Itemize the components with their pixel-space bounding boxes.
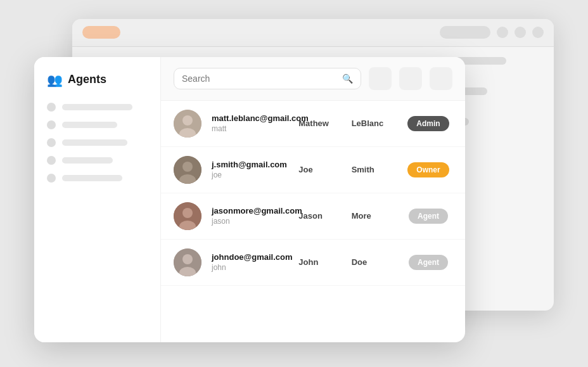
sidebar-skeleton (47, 103, 148, 183)
browser-dot-1 (497, 27, 508, 38)
agent-username: jason (212, 217, 288, 226)
avatar (174, 202, 201, 230)
agent-firstname: Mathew (298, 119, 341, 128)
agent-email-block: jasonmore@gmail.com jason (212, 206, 288, 226)
agent-row[interactable]: jasonmore@gmail.com jason Jason More Age… (161, 193, 465, 240)
agent-lastname: LeBlanc (352, 119, 394, 128)
skel-line-1 (62, 104, 132, 110)
skel-item-1 (47, 103, 148, 112)
skel-item-5 (47, 174, 148, 183)
skel-line-3 (62, 139, 127, 146)
svg-point-4 (182, 162, 193, 172)
toolbar-button-2[interactable] (399, 67, 422, 90)
toolbar-button-1[interactable] (369, 67, 392, 90)
skel-dot-1 (47, 103, 56, 112)
agent-role: Admin (404, 116, 452, 131)
agent-role: Agent (404, 255, 452, 270)
search-input-wrapper[interactable]: 🔍 (174, 68, 361, 89)
agent-row[interactable]: matt.leblanc@gmail.com matt Mathew LeBla… (161, 101, 465, 147)
agent-email: jasonmore@gmail.com (212, 206, 288, 216)
skel-line-5 (62, 175, 122, 181)
agent-firstname: Joe (298, 165, 341, 174)
skel-item-2 (47, 120, 148, 129)
sidebar-title-text: Agents (68, 73, 106, 86)
agent-lastname: Doe (352, 257, 394, 267)
browser-dot-2 (514, 27, 526, 38)
skel-dot-3 (47, 138, 56, 147)
agent-username: john (212, 263, 288, 272)
agent-username: matt (212, 124, 288, 133)
svg-point-7 (182, 208, 193, 218)
avatar (174, 156, 201, 184)
agent-email: johndoe@gmail.com (212, 252, 288, 262)
search-icon: 🔍 (342, 74, 353, 84)
role-badge: Owner (407, 162, 449, 177)
agent-row[interactable]: johndoe@gmail.com john John Doe Agent (161, 240, 465, 286)
role-badge: Agent (409, 209, 448, 224)
search-bar: 🔍 (161, 57, 465, 101)
role-badge: Admin (407, 116, 449, 131)
agent-email: matt.leblanc@gmail.com (212, 113, 288, 123)
agents-icon: 👥 (47, 72, 63, 87)
skel-item-3 (47, 138, 148, 147)
agent-role: Agent (404, 209, 452, 224)
agents-table: matt.leblanc@gmail.com matt Mathew LeBla… (161, 101, 465, 342)
svg-point-10 (182, 254, 193, 264)
skel-line-4 (62, 157, 113, 164)
agent-username: joe (212, 171, 288, 179)
agent-row[interactable]: j.smith@gmail.com joe Joe Smith Owner (161, 147, 465, 193)
skel-dot-5 (47, 174, 56, 183)
scene: 👥 Agents (34, 19, 554, 349)
agent-email: j.smith@gmail.com (212, 160, 288, 169)
toolbar-button-3[interactable] (430, 67, 452, 90)
agent-email-block: matt.leblanc@gmail.com matt (212, 113, 288, 133)
skel-dot-4 (47, 156, 56, 165)
search-input[interactable] (182, 74, 337, 84)
agent-firstname: Jason (298, 211, 341, 221)
skel-dot-2 (47, 120, 56, 129)
agent-lastname: Smith (352, 165, 394, 174)
agent-email-block: j.smith@gmail.com joe (212, 160, 288, 179)
card-content: 🔍 matt (161, 57, 465, 342)
role-badge: Agent (409, 255, 448, 270)
avatar (174, 110, 201, 138)
skel-item-4 (47, 156, 148, 165)
browser-pill-decoration (82, 26, 120, 39)
main-card: 👥 Agents (34, 57, 465, 342)
agent-lastname: More (352, 211, 394, 221)
card-sidebar: 👥 Agents (34, 57, 161, 342)
browser-titlebar (72, 19, 554, 47)
agent-firstname: John (298, 257, 341, 267)
avatar (174, 248, 201, 276)
agent-role: Owner (404, 162, 452, 177)
svg-point-1 (182, 115, 193, 126)
skel-line-2 (62, 122, 117, 128)
agent-email-block: johndoe@gmail.com john (212, 252, 288, 272)
browser-dot-3 (532, 27, 544, 38)
sidebar-title-block: 👥 Agents (47, 72, 148, 87)
browser-pill2-decoration (440, 26, 490, 39)
